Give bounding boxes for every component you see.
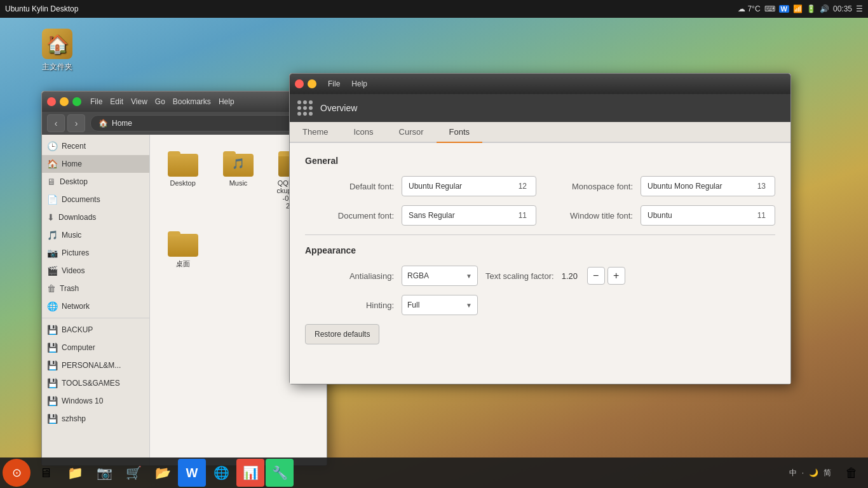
window-title-font-picker[interactable]: Ubuntu 11: [641, 205, 775, 226]
restore-defaults-button[interactable]: Restore defaults: [305, 324, 379, 344]
hinting-row: Hinting: Full ▼: [305, 295, 775, 315]
terminal-icon: 🖥: [39, 466, 52, 480]
sidebar-item-pictures[interactable]: 📷 Pictures: [42, 244, 149, 262]
tab-icons[interactable]: Icons: [341, 122, 386, 143]
scaling-value: 1.20: [562, 271, 585, 281]
menu-icon[interactable]: ☰: [856, 4, 863, 13]
menu-go[interactable]: Go: [155, 97, 165, 106]
app2-button[interactable]: 🔧: [266, 459, 294, 487]
tweaks-titlebar: File Help: [290, 74, 790, 94]
sidebar-item-windows[interactable]: 💾 Windows 10: [42, 392, 149, 410]
default-font-picker[interactable]: Ubuntu Regular 12: [402, 176, 536, 196]
filemanager-content: 🕒 Recent 🏠 Home 🖥 Desktop 📄 Documents ⬇: [42, 135, 327, 465]
tweaks-window: File Help Overview Theme Icons Cursor Fo…: [289, 73, 791, 384]
browser-button[interactable]: 🌐: [207, 459, 235, 487]
menu-edit[interactable]: Edit: [110, 97, 123, 106]
scale-increase-button[interactable]: +: [607, 267, 625, 285]
grid-dots-icon: [297, 100, 313, 116]
antialiasing-dropdown[interactable]: RGBA ▼: [402, 266, 478, 286]
sidebar-item-computer[interactable]: 💾 Computer: [42, 339, 149, 356]
folder-music[interactable]: 🎵 Music: [215, 145, 261, 215]
sidebar-item-videos[interactable]: 🎬 Videos: [42, 262, 149, 280]
default-font-row: Default font: Ubuntu Regular 12 Monospac…: [305, 176, 775, 196]
sidebar-item-recent[interactable]: 🕒 Recent: [42, 137, 149, 155]
taskbar-top: Ubuntu Kylin Desktop ☁ 7°C ⌨ W 📶 🔋 🔊 00:…: [0, 0, 868, 18]
sidebar-item-backup[interactable]: 💾 BACKUP: [42, 321, 149, 339]
camera-button[interactable]: 📷: [90, 459, 118, 487]
trash-taskbar-button[interactable]: 🗑: [837, 459, 865, 487]
sidebar-item-downloads[interactable]: ⬇ Downloads: [42, 208, 149, 226]
keyboard-icon: ⌨: [764, 4, 775, 13]
weather-display: ☁ 7°C: [738, 4, 760, 13]
desktop-title: Ubuntu Kylin Desktop: [5, 4, 78, 13]
downloads-icon: ⬇: [47, 212, 55, 222]
back-button[interactable]: ‹: [47, 114, 65, 132]
location-text: Home: [112, 119, 132, 128]
hinting-value: Full: [407, 301, 466, 309]
browser-icon: 🌐: [214, 465, 229, 480]
sidebar-item-tools[interactable]: 💾 TOOLS&GAMES: [42, 374, 149, 392]
window-title-font-label: Window title font:: [544, 211, 633, 220]
sidebar-item-trash[interactable]: 🗑 Trash: [42, 280, 149, 297]
minimize-button[interactable]: [60, 97, 69, 106]
volume-icon: 🔊: [820, 4, 829, 13]
folder-icon: 📂: [155, 465, 171, 480]
shop-button[interactable]: 🛒: [119, 459, 147, 487]
tab-cursor[interactable]: Cursor: [386, 122, 437, 143]
terminal-button[interactable]: 🖥: [32, 459, 60, 487]
sidebar-label-home: Home: [62, 159, 82, 168]
menu-bookmarks[interactable]: Bookmarks: [173, 97, 211, 106]
monospace-font-picker[interactable]: Ubuntu Mono Regular 13: [641, 176, 775, 196]
sidebar-item-documents[interactable]: 📄 Documents: [42, 191, 149, 208]
folder-zhuomian-icon: [168, 230, 198, 257]
sidebar-item-szhshp[interactable]: 💾 szhshp: [42, 410, 149, 428]
files-button[interactable]: 📁: [61, 459, 89, 487]
desktop-home-icon[interactable]: 🏠 主文件夹: [35, 29, 79, 72]
overview-label: Overview: [320, 103, 357, 113]
monospace-font-name: Ubuntu Mono Regular: [648, 182, 757, 191]
tweaks-header-bar: Overview: [290, 94, 790, 122]
forward-button[interactable]: ›: [67, 114, 85, 132]
sidebar-item-desktop[interactable]: 🖥 Desktop: [42, 173, 149, 191]
sidebar-label-windows: Windows 10: [62, 396, 103, 405]
app1-button[interactable]: 📊: [236, 459, 264, 487]
antialiasing-label: Antialiasing:: [305, 271, 394, 281]
location-bar[interactable]: 🏠 Home: [90, 115, 322, 132]
night-mode-icon[interactable]: 🌙: [809, 468, 818, 477]
maximize-button[interactable]: [72, 97, 81, 106]
folder-button[interactable]: 📂: [149, 459, 177, 487]
hinting-label: Hinting:: [305, 301, 394, 310]
camera-icon: 📷: [97, 465, 112, 480]
hinting-dropdown[interactable]: Full ▼: [402, 295, 478, 315]
recent-icon: 🕒: [47, 141, 58, 151]
folder-desktop[interactable]: Desktop: [160, 145, 205, 215]
ubuntu-button[interactable]: ⊙: [3, 459, 31, 487]
tweaks-close-button[interactable]: [295, 79, 304, 88]
menu-help[interactable]: Help: [219, 97, 234, 106]
clock-display: 00:35: [833, 4, 852, 13]
tweaks-menu-file[interactable]: File: [328, 79, 340, 88]
input-method-jian[interactable]: 简: [824, 468, 831, 478]
shop-icon: 🛒: [126, 465, 142, 480]
word-button[interactable]: W: [178, 459, 206, 487]
menu-file[interactable]: File: [90, 97, 102, 106]
sidebar-label-backup: BACKUP: [62, 325, 93, 334]
tweaks-minimize-button[interactable]: [308, 79, 316, 88]
folder-zhuomian[interactable]: 桌面: [160, 225, 205, 274]
tab-fonts[interactable]: Fonts: [437, 122, 483, 143]
input-method-dot: ·: [802, 468, 804, 477]
app2-icon: 🔧: [272, 465, 288, 480]
menu-view[interactable]: View: [131, 97, 147, 106]
input-method-zh[interactable]: 中: [789, 468, 797, 478]
sidebar-item-personal[interactable]: 💾 PERSONAL&M...: [42, 356, 149, 374]
hinting-dropdown-arrow-icon: ▼: [466, 302, 472, 309]
tweaks-menu-help[interactable]: Help: [351, 79, 367, 88]
sidebar-item-music[interactable]: 🎵 Music: [42, 226, 149, 244]
monospace-font-label: Monospace font:: [544, 182, 633, 191]
close-button[interactable]: [47, 97, 56, 106]
document-font-picker[interactable]: Sans Regular 11: [402, 205, 536, 226]
scale-decrease-button[interactable]: −: [587, 267, 605, 285]
sidebar-item-network[interactable]: 🌐 Network: [42, 297, 149, 315]
tab-theme[interactable]: Theme: [290, 122, 341, 143]
sidebar-item-home[interactable]: 🏠 Home: [42, 155, 149, 173]
